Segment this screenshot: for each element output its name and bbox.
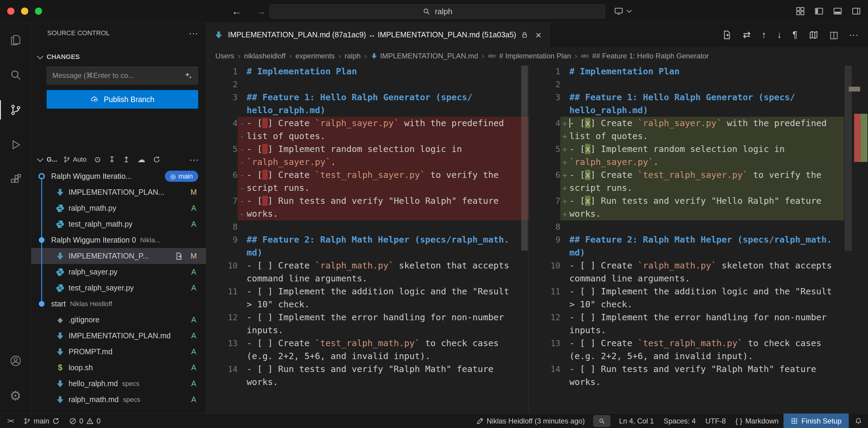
- more-actions-icon[interactable]: ···: [849, 30, 858, 39]
- cursor-position-status[interactable]: Ln 4, Col 1: [614, 413, 659, 428]
- diff-line[interactable]: 6-- [ ] Create `test_ralph_sayer.py` to …: [206, 169, 529, 181]
- breadcrumb-item[interactable]: abc## Feature 1: Hello Ralph Generator: [581, 52, 709, 60]
- whitespace-icon[interactable]: ¶: [793, 30, 798, 39]
- map-icon[interactable]: [808, 30, 819, 40]
- diff-modified-pane[interactable]: 1# Implementation Plan23## Feature 1: He…: [529, 65, 868, 413]
- search-icon[interactable]: [0, 57, 31, 92]
- change-row[interactable]: $loop.shA: [31, 360, 206, 376]
- diff-line[interactable]: +script runs.: [529, 181, 868, 194]
- diff-line[interactable]: 10- [ ] Create `ralph_math.py` skeleton …: [206, 259, 529, 272]
- settings-gear-icon[interactable]: ⚙: [0, 378, 31, 413]
- diff-line[interactable]: +list of quotes.: [529, 130, 868, 143]
- diff-line[interactable]: 4-- [ ] Create `ralph_sayer.py` with the…: [206, 117, 529, 130]
- change-row[interactable]: ralph_sayer.pyA: [31, 264, 206, 280]
- overview-ruler[interactable]: [844, 65, 868, 413]
- commit-row[interactable]: Ralph Wiggum Iteration 0Nikla...: [31, 232, 206, 248]
- diff-line[interactable]: 3## Feature 1: Hello Ralph Generator (sp…: [529, 91, 868, 104]
- generate-commit-message-icon[interactable]: [184, 72, 192, 80]
- diff-line[interactable]: 14- [ ] Run tests and verify "Ralph Math…: [206, 363, 529, 376]
- problems-status[interactable]: 0 0: [64, 413, 105, 428]
- zoom-status[interactable]: [593, 415, 611, 427]
- layout-grid-icon[interactable]: [795, 6, 805, 16]
- diff-line[interactable]: > 10" check.: [206, 298, 529, 311]
- change-row[interactable]: ◆.gitignoreA: [31, 312, 206, 328]
- toggle-panel-icon[interactable]: [833, 6, 843, 16]
- language-status[interactable]: { } Markdown: [731, 413, 783, 428]
- diff-line[interactable]: 7+- [x] Run tests and verify "Hello Ralp…: [529, 194, 868, 207]
- diff-line[interactable]: md): [529, 246, 868, 259]
- diff-line[interactable]: 7-- [ ] Run tests and verify "Hello Ralp…: [206, 194, 529, 207]
- change-row[interactable]: hello_ralph.mdspecsA: [31, 376, 206, 392]
- commit-message-input[interactable]: Message (⌘Enter to co...: [46, 66, 198, 85]
- change-row[interactable]: IMPLEMENTATION_PLAN...M: [31, 184, 206, 200]
- split-editor-icon[interactable]: ◫: [830, 30, 838, 39]
- diff-line[interactable]: -`ralph_sayer.py`.: [206, 155, 529, 169]
- change-row[interactable]: PROMPT.mdA: [31, 344, 206, 360]
- diff-line[interactable]: 13- [ ] Create `test_ralph_math.py` to c…: [529, 337, 868, 350]
- more-actions-icon[interactable]: ···: [189, 158, 199, 162]
- changes-section-header[interactable]: CHANGES: [31, 50, 206, 63]
- change-row[interactable]: test_ralph_math.pyA: [31, 216, 206, 232]
- diff-line[interactable]: 4+- [x] Create `ralph_sayer.py` with the…: [529, 117, 868, 130]
- diff-line[interactable]: -works.: [206, 207, 529, 220]
- diff-line[interactable]: 12- [ ] Implement the error handling for…: [206, 311, 529, 324]
- toggle-secondary-sidebar-icon[interactable]: [851, 6, 861, 16]
- minimize-window-button[interactable]: [21, 7, 28, 15]
- diff-line[interactable]: 3## Feature 1: Hello Ralph Generator (sp…: [206, 91, 529, 104]
- diff-line[interactable]: 14- [ ] Run tests and verify "Ralph Math…: [529, 363, 868, 376]
- diff-line[interactable]: 11- [ ] Implement the addition logic and…: [529, 285, 868, 298]
- breadcrumb-item[interactable]: ralph: [345, 52, 361, 60]
- diff-line[interactable]: 5+- [x] Implement random selection logic…: [529, 143, 868, 155]
- commit-info-status[interactable]: Niklas Heidloff (3 minutes ago): [469, 413, 589, 428]
- previous-change-icon[interactable]: ↑: [762, 30, 766, 39]
- more-actions-icon[interactable]: ···: [189, 31, 198, 35]
- run-debug-icon[interactable]: [0, 127, 31, 162]
- branch-picker[interactable]: Auto: [63, 155, 86, 164]
- go-to-file-icon[interactable]: [175, 252, 183, 260]
- breadcrumb-item[interactable]: IMPLEMENTATION_PLAN.md: [371, 52, 478, 60]
- diff-line[interactable]: 10- [ ] Create `ralph_math.py` skeleton …: [529, 259, 868, 272]
- diff-line[interactable]: works.: [206, 376, 529, 389]
- diff-line[interactable]: +`ralph_sayer.py`.: [529, 155, 868, 169]
- diff-line[interactable]: 9## Feature 2: Ralph Math Helper (specs/…: [206, 233, 529, 246]
- fetch-icon[interactable]: ↧: [109, 155, 116, 164]
- change-row[interactable]: test_ralph_sayer.pyA: [31, 280, 206, 296]
- breadcrumb-item[interactable]: niklasheidloff: [244, 52, 285, 60]
- change-row[interactable]: ralph_math.mdspecsA: [31, 392, 206, 407]
- diff-line[interactable]: 11- [ ] Implement the addition logic and…: [206, 285, 529, 298]
- breadcrumb-item[interactable]: experiments: [296, 52, 335, 60]
- breadcrumb-item[interactable]: Users: [215, 52, 234, 60]
- change-row[interactable]: IMPLEMENTATION_PLAN.mdA: [31, 328, 206, 344]
- diff-line[interactable]: 2: [529, 78, 868, 91]
- swap-sides-icon[interactable]: ⇄: [743, 30, 751, 39]
- target-icon[interactable]: ⊙: [94, 155, 101, 164]
- refresh-icon[interactable]: [153, 156, 160, 163]
- command-center-search[interactable]: ralph: [270, 4, 605, 18]
- diff-line[interactable]: 9## Feature 2: Ralph Math Helper (specs/…: [529, 233, 868, 246]
- scrollbar[interactable]: [520, 65, 529, 413]
- diff-line[interactable]: 13- [ ] Create `test_ralph_math.py` to c…: [206, 337, 529, 350]
- diff-line[interactable]: inputs.: [206, 324, 529, 337]
- editor-tab[interactable]: IMPLEMENTATION_PLAN.md (87a1ac9) ↔ IMPLE…: [206, 23, 550, 47]
- diff-line[interactable]: 2: [206, 78, 529, 91]
- next-change-icon[interactable]: ↓: [777, 30, 782, 39]
- notifications-bell-icon[interactable]: [849, 413, 868, 428]
- diff-line[interactable]: 5-- [ ] Implement random selection logic…: [206, 143, 529, 155]
- scrollbar-thumb[interactable]: [521, 66, 528, 251]
- diff-line[interactable]: 1# Implementation Plan: [206, 65, 529, 78]
- diff-line[interactable]: 6+- [x] Create `test_ralph_sayer.py` to …: [529, 169, 868, 181]
- publish-cloud-icon[interactable]: ☁: [137, 155, 145, 164]
- diff-line[interactable]: (e.g. 2+2, 5+6, and invalid input).: [206, 350, 529, 363]
- diff-line[interactable]: 8: [529, 220, 868, 233]
- diff-line[interactable]: -list of quotes.: [206, 130, 529, 143]
- indentation-status[interactable]: Spaces: 4: [659, 413, 701, 428]
- diff-line[interactable]: -script runs.: [206, 181, 529, 194]
- explorer-icon[interactable]: [0, 23, 31, 57]
- commit-row[interactable]: Ralph Wiggum Iteratio...◎main: [31, 168, 206, 184]
- source-control-icon[interactable]: [0, 92, 31, 127]
- diff-line[interactable]: hello_ralph.md): [529, 104, 868, 117]
- diff-line[interactable]: inputs.: [529, 324, 868, 337]
- extensions-icon[interactable]: [0, 162, 31, 197]
- close-window-button[interactable]: [7, 7, 14, 15]
- change-row[interactable]: ralph_math.pyA: [31, 200, 206, 216]
